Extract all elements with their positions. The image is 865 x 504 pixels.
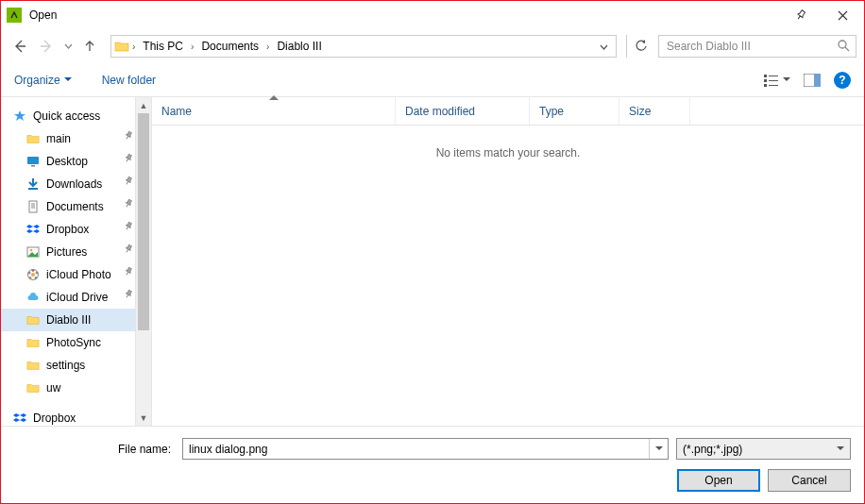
documents-icon: [25, 199, 41, 214]
organize-button[interactable]: Organize: [14, 74, 72, 87]
svg-point-0: [839, 41, 846, 48]
icloud-icon: [25, 290, 41, 305]
filter-dropdown[interactable]: [831, 439, 850, 459]
scroll-down-button[interactable]: ▼: [136, 410, 151, 426]
crumb-diablo-iii[interactable]: Diablo III: [271, 36, 327, 57]
tree-item[interactable]: Dropbox: [1, 218, 151, 241]
svg-rect-3: [764, 79, 767, 82]
file-name-combo[interactable]: [182, 438, 669, 460]
svg-rect-6: [769, 85, 778, 86]
navigation-tree[interactable]: Quick access mainDesktopDownloadsDocumen…: [1, 97, 152, 426]
folder-icon: [25, 358, 41, 373]
chevron-right-icon[interactable]: ›: [189, 42, 195, 52]
star-icon: [12, 109, 27, 124]
tree-item-label: Diablo III: [46, 313, 91, 327]
search-input[interactable]: [665, 39, 837, 54]
tree-item[interactable]: Downloads: [1, 173, 151, 195]
pin-icon: [122, 243, 134, 256]
tree-item[interactable]: Diablo III: [1, 309, 151, 331]
tree-item-label: Desktop: [46, 155, 88, 168]
tree-item-label: uw: [46, 381, 60, 395]
tree-item[interactable]: iCloud Photo: [1, 263, 151, 286]
file-name-label: File name:: [14, 443, 175, 456]
svg-rect-4: [769, 80, 778, 81]
pin-icon[interactable]: [779, 1, 822, 29]
tree-item[interactable]: main: [1, 127, 151, 150]
tree-item-label: Dropbox: [46, 223, 89, 236]
scroll-up-button[interactable]: ▲: [136, 97, 151, 113]
desktop-icon: [25, 154, 41, 169]
new-folder-button[interactable]: New folder: [102, 74, 156, 87]
pin-icon: [122, 288, 134, 301]
quick-access[interactable]: Quick access: [1, 105, 151, 127]
chevron-right-icon[interactable]: ›: [130, 42, 137, 52]
svg-point-18: [36, 272, 38, 274]
svg-point-16: [31, 273, 35, 277]
tree-item[interactable]: iCloud Drive: [1, 286, 151, 309]
tree-item[interactable]: PhotoSync: [1, 331, 151, 354]
column-date[interactable]: Date modified: [396, 97, 530, 125]
folder-icon: [113, 38, 130, 55]
filter-label: (*.png;*.jpg): [683, 443, 831, 456]
folder-icon: [25, 312, 41, 328]
tree-item[interactable]: settings: [1, 354, 151, 377]
help-button[interactable]: ?: [834, 72, 851, 89]
tree-item-label: PhotoSync: [46, 336, 101, 349]
close-button[interactable]: [822, 1, 864, 29]
scroll-thumb[interactable]: [138, 113, 149, 330]
svg-point-17: [32, 270, 34, 272]
file-name-input[interactable]: [183, 443, 649, 456]
svg-point-14: [30, 249, 33, 252]
tree-scrollbar[interactable]: ▲ ▼: [135, 97, 151, 426]
dropbox-root[interactable]: Dropbox: [1, 407, 151, 426]
column-name[interactable]: Name: [152, 97, 396, 125]
tree-item[interactable]: uw: [1, 377, 151, 399]
dropbox-icon: [12, 411, 27, 426]
file-name-dropdown[interactable]: [649, 439, 668, 459]
folder-icon: [25, 335, 41, 350]
tree-item-label: Documents: [46, 200, 104, 213]
back-button[interactable]: [8, 35, 31, 58]
pin-icon: [122, 152, 134, 165]
recent-dropdown[interactable]: [61, 35, 75, 58]
svg-rect-12: [29, 201, 37, 212]
svg-rect-9: [27, 157, 39, 164]
tree-item[interactable]: Pictures: [1, 241, 151, 263]
pin-icon: [122, 175, 134, 188]
svg-rect-5: [764, 84, 767, 87]
tree-item-label: Downloads: [46, 177, 102, 191]
file-type-filter[interactable]: (*.png;*.jpg): [676, 438, 851, 460]
column-size[interactable]: Size: [619, 97, 690, 125]
cancel-button[interactable]: Cancel: [768, 469, 851, 492]
quick-access-label: Quick access: [33, 109, 100, 123]
breadcrumb[interactable]: › This PC › Documents › Diablo III: [110, 35, 617, 58]
tree-item-label: settings: [46, 359, 85, 372]
tree-item-label: Pictures: [46, 245, 87, 259]
up-button[interactable]: [78, 35, 101, 58]
tree-item[interactable]: Documents: [1, 195, 151, 218]
chevron-right-icon[interactable]: ›: [264, 42, 271, 52]
preview-pane-button[interactable]: [804, 74, 821, 87]
view-mode-button[interactable]: [764, 74, 790, 87]
app-icon: [7, 8, 22, 23]
pin-icon: [122, 129, 134, 143]
pin-icon: [122, 197, 134, 210]
svg-point-19: [35, 277, 37, 279]
svg-rect-1: [764, 75, 767, 77]
organize-label: Organize: [14, 74, 60, 87]
column-type[interactable]: Type: [530, 97, 619, 125]
crumb-this-pc[interactable]: This PC: [137, 36, 189, 57]
icloud-photo-icon: [25, 267, 41, 282]
crumb-documents[interactable]: Documents: [195, 36, 264, 57]
dropbox-label: Dropbox: [33, 412, 76, 425]
tree-item[interactable]: Desktop: [1, 150, 151, 173]
svg-rect-11: [28, 188, 38, 190]
refresh-button[interactable]: [626, 35, 654, 58]
new-folder-label: New folder: [102, 74, 156, 87]
breadcrumb-dropdown[interactable]: [594, 40, 614, 53]
search-box[interactable]: [658, 35, 857, 58]
pin-icon: [122, 265, 134, 278]
svg-rect-10: [31, 165, 35, 167]
open-button[interactable]: Open: [677, 469, 760, 492]
svg-point-21: [28, 272, 30, 274]
